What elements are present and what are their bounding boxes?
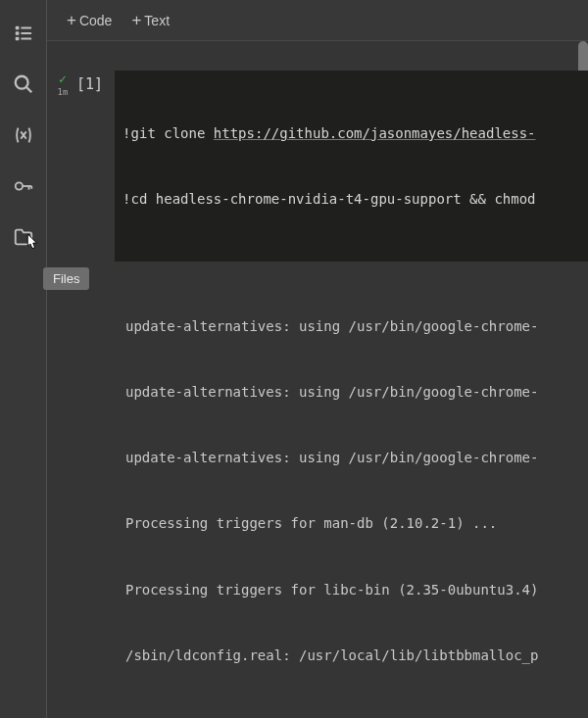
- output-line: update-alternatives: using /usr/bin/goog…: [125, 381, 588, 403]
- add-text-button[interactable]: + Text: [131, 11, 170, 30]
- svg-rect-2: [15, 31, 19, 35]
- run-indicator[interactable]: ✓ 1m: [53, 71, 73, 97]
- output-line: update-alternatives: using /usr/bin/goog…: [125, 447, 588, 468]
- cell-output: update-alternatives: using /usr/bin/goog…: [47, 262, 588, 718]
- plus-icon: +: [131, 11, 141, 30]
- svg-rect-3: [21, 32, 31, 34]
- svg-rect-4: [15, 37, 19, 41]
- output-line: /sbin/ldconfig.real: /usr/local/lib/libt…: [125, 645, 588, 666]
- svg-rect-0: [15, 26, 19, 30]
- svg-line-7: [25, 87, 31, 93]
- checkmark-icon: ✓: [59, 72, 67, 85]
- secrets-key-icon[interactable]: [10, 172, 37, 200]
- notebook-content: ✓ 1m [1] !git clone https://github.com/j…: [47, 41, 588, 718]
- svg-rect-5: [21, 38, 31, 40]
- variables-icon[interactable]: [10, 121, 37, 149]
- output-line: update-alternatives: using /usr/bin/goog…: [125, 315, 588, 337]
- output-line: Processing triggers for man-db (2.10.2-1…: [125, 512, 588, 534]
- run-time: 1m: [58, 87, 69, 97]
- add-code-button[interactable]: + Code: [67, 11, 112, 30]
- svg-point-6: [15, 76, 27, 89]
- add-text-label: Text: [144, 13, 170, 28]
- cell-number: [1]: [73, 71, 115, 93]
- plus-icon: +: [67, 11, 76, 30]
- main-area: + Code + Text ✓ 1m [1] !git clone https:…: [47, 0, 588, 718]
- files-tooltip: Files: [43, 267, 89, 290]
- output-line: Processing triggers for libc-bin (2.35-0…: [125, 579, 588, 600]
- search-icon[interactable]: [10, 71, 37, 98]
- code-editor[interactable]: !git clone https://github.com/jasonmayes…: [115, 71, 588, 262]
- add-code-label: Code: [79, 13, 112, 28]
- left-sidebar: [0, 0, 47, 718]
- svg-point-8: [15, 182, 22, 189]
- svg-rect-1: [21, 27, 31, 29]
- files-icon[interactable]: [10, 223, 37, 251]
- repo-url[interactable]: https://github.com/jasonmayes/headless-: [214, 125, 536, 141]
- cell-toolbar: + Code + Text: [47, 0, 588, 41]
- table-of-contents-icon[interactable]: [10, 20, 37, 47]
- code-cell[interactable]: ✓ 1m [1] !git clone https://github.com/j…: [47, 71, 588, 262]
